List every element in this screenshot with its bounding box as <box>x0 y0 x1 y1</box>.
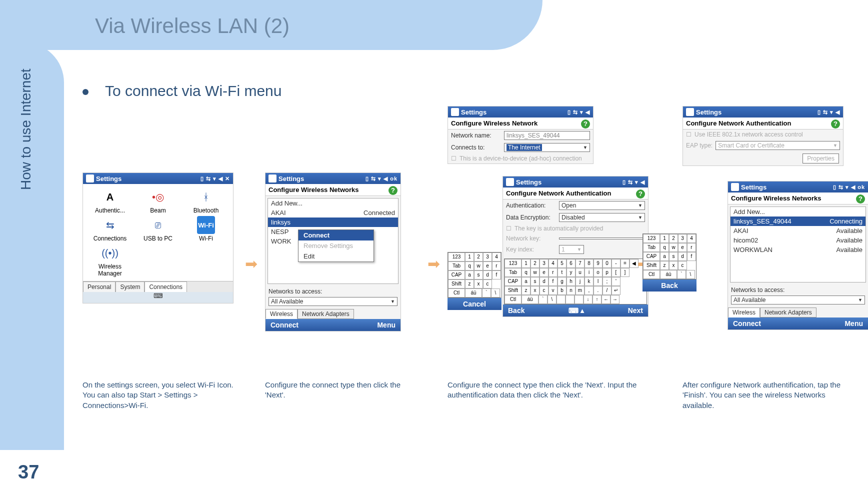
cancel-button[interactable]: Cancel <box>463 300 486 308</box>
page-number: 37 <box>18 462 39 483</box>
caption-3: Configure the connect type then click th… <box>448 380 648 400</box>
help-icon[interactable]: ? <box>581 120 590 128</box>
keyidx-select: 1▼ <box>559 245 584 254</box>
icon-wireless-manager[interactable]: ((•))Wireless Manager <box>87 244 133 277</box>
tab-personal[interactable]: Personal <box>83 282 116 292</box>
net-access-select[interactable]: All Available▼ <box>731 296 865 304</box>
menu-button[interactable]: Menu <box>844 320 863 328</box>
connect-button[interactable]: Connect <box>270 321 298 329</box>
add-new[interactable]: Add New... <box>730 207 866 216</box>
heading: To connect via Wi-Fi menu <box>105 82 282 100</box>
partial-keyboard: 1231234TabqwerCAPasdfShiftzxcCtláü`\ Can… <box>448 252 502 310</box>
list-item[interactable]: hicom02Available <box>730 236 866 245</box>
help-icon[interactable]: ? <box>388 186 398 195</box>
page-title: Via Wireless LAN (2) <box>95 14 290 38</box>
tab-connections[interactable]: Connections <box>144 282 187 292</box>
screenshot-auth: Settings▯ ⇆ ▾ ◀ Configure Network Authen… <box>502 176 648 317</box>
caption-2: Configure the connect type then click th… <box>265 380 405 400</box>
tab-adapters[interactable]: Network Adapters <box>298 309 354 319</box>
partial-keyboard: 1231234TabqwerCAPasdfShiftzxcCtláü`\ Bac… <box>642 234 696 292</box>
caption-1: On the settings screen, you select Wi-Fi… <box>82 380 242 410</box>
section-header: Configure Wireless Networks? <box>266 184 400 196</box>
screenshot-group-3: Settings▯ ⇆ ▾ ◀ Configure Wireless Netwo… <box>448 106 628 164</box>
list-item[interactable]: AKAIAvailable <box>730 226 866 236</box>
screenshot-settings-grid: Settings ▯ ⇆ ▾ ◀ ✕ AAuthentic... •◎Beam … <box>82 172 234 304</box>
bottom-tabs: Personal System Connections <box>83 281 233 292</box>
tab-system[interactable]: System <box>116 282 144 292</box>
add-new[interactable]: Add New... <box>268 198 398 208</box>
ctx-connect[interactable]: Connect <box>298 230 374 240</box>
tab-adapters[interactable]: Network Adapters <box>760 308 816 318</box>
arrow-icon: ➡ <box>428 255 440 272</box>
icon-wifi[interactable]: Wi-FiWi-Fi <box>183 216 229 242</box>
connects-label: Connects to: <box>451 144 501 151</box>
screenshot-configure-network: Settings▯ ⇆ ▾ ◀ Configure Wireless Netwo… <box>448 106 594 164</box>
bullet-icon <box>82 89 88 95</box>
next-button[interactable]: Next <box>628 306 643 314</box>
ctx-edit[interactable]: Edit <box>298 251 374 262</box>
titlebar: Settings ▯ ⇆ ▾ ◀ ✕ <box>83 173 233 184</box>
onscreen-keyboard-partial[interactable]: 1231234TabqwerCAPasdfShiftzxcCtláü`\ <box>448 252 502 298</box>
enc-select[interactable]: Disabled▼ <box>559 213 645 222</box>
list-item[interactable]: AKAIConnected <box>268 208 398 218</box>
start-icon[interactable] <box>86 174 94 182</box>
tab-wireless[interactable]: Wireless <box>266 309 298 319</box>
titlebar-text: Settings <box>96 175 122 182</box>
screenshot-networks-final: Settings▯ ⇆ ▾ ◀ ok Configure Wireless Ne… <box>728 181 868 330</box>
menu-bar: Connect Menu <box>266 319 400 331</box>
ctx-remove: Remove Settings <box>298 240 374 251</box>
side-label: How to use Internet <box>18 68 34 190</box>
icon-beam[interactable]: •◎Beam <box>135 188 181 214</box>
ieee-check: ☐Use IEEE 802.1x network access control <box>683 130 843 140</box>
status-icons: ▯ ⇆ ▾ ◀ ok <box>366 176 398 182</box>
autokey-check: ☐The key is automatically provided <box>503 224 648 234</box>
start-icon[interactable] <box>731 183 739 191</box>
list-item-selected[interactable]: linksys_SES_49044Connecting <box>730 216 866 226</box>
screenshot-configure-networks: Settings ▯ ⇆ ▾ ◀ ok Configure Wireless N… <box>265 172 401 332</box>
start-icon[interactable] <box>268 174 276 182</box>
netname-label: Network name: <box>451 132 501 139</box>
menu-button[interactable]: Menu <box>377 321 396 329</box>
sip-bar[interactable]: ⌨ <box>83 292 233 303</box>
net-access-select[interactable]: All Available▼ <box>268 297 398 306</box>
icon-authentic[interactable]: AAuthentic... <box>87 188 133 214</box>
connect-button[interactable]: Connect <box>733 320 761 328</box>
network-list[interactable]: Add New... AKAIConnected linksys NESP WO… <box>268 198 398 284</box>
icon-connections[interactable]: ⇆Connections <box>87 216 133 242</box>
adhoc-check: ☐This is a device-to-device (ad-hoc) con… <box>448 154 593 164</box>
titlebar: Settings ▯ ⇆ ▾ ◀ ok <box>266 173 400 184</box>
list-item[interactable]: WORKWLANAvailable <box>730 245 866 254</box>
context-menu: Connect Remove Settings Edit <box>298 230 374 262</box>
key-input <box>559 238 645 240</box>
connects-select[interactable]: The Internet▼ <box>504 143 590 152</box>
start-icon[interactable] <box>451 108 459 116</box>
tab-wireless[interactable]: Wireless <box>728 308 760 318</box>
caption-4: After configure Network authentification… <box>682 380 858 410</box>
back-button[interactable]: Back <box>661 282 678 290</box>
eap-select: Smart Card or Certificate▼ <box>716 141 840 150</box>
auth-select[interactable]: Open▼ <box>559 201 645 210</box>
list-item-selected[interactable]: linksys <box>268 218 398 227</box>
start-icon[interactable] <box>686 108 694 116</box>
screenshot-eap: Settings▯ ⇆ ▾ ◀ Configure Network Authen… <box>682 106 844 166</box>
back-button[interactable]: Back <box>508 306 524 314</box>
net-access-label: Networks to access: <box>266 286 400 297</box>
help-icon[interactable]: ? <box>636 190 645 198</box>
network-list[interactable]: Add New... linksys_SES_49044Connecting A… <box>730 206 866 282</box>
help-icon[interactable]: ? <box>856 194 865 204</box>
start-icon[interactable] <box>506 178 514 186</box>
bottom-tabs: Wireless Network Adapters <box>266 309 400 319</box>
netname-input[interactable]: linksys_SES_49044 <box>504 131 590 140</box>
screenshot-group-4: Settings▯ ⇆ ▾ ◀ Configure Network Authen… <box>682 106 858 166</box>
onscreen-keyboard[interactable]: 1231234567890-=◀Tabqwertyuiop[]CAPasdfgh… <box>504 258 647 304</box>
onscreen-keyboard-partial[interactable]: 1231234TabqwerCAPasdfShiftzxcCtláü`\ <box>642 234 696 280</box>
properties-button: Properties <box>802 154 839 164</box>
status-icons: ▯ ⇆ ▾ ◀ ✕ <box>200 176 230 182</box>
arrow-icon: ➡ <box>245 255 258 272</box>
icon-bluetooth[interactable]: ᚼBluetooth <box>183 188 229 214</box>
settings-grid: AAuthentic... •◎Beam ᚼBluetooth ⇆Connect… <box>83 184 233 281</box>
slide: Via Wireless LAN (2) How to use Internet… <box>0 0 868 489</box>
icon-usb[interactable]: ⎚USB to PC <box>135 216 181 242</box>
help-icon[interactable]: ? <box>831 120 840 128</box>
